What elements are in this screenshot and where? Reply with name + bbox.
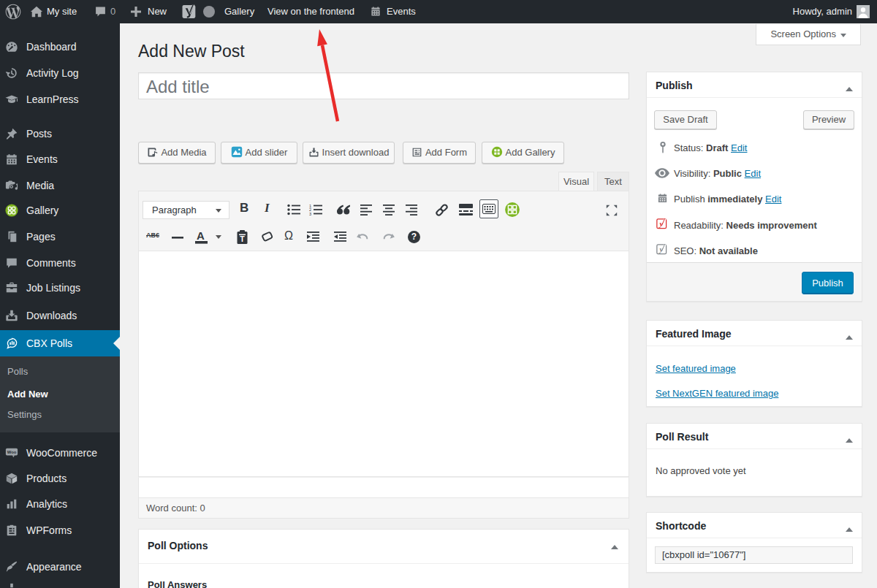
- svg-text:Woo: Woo: [7, 450, 17, 454]
- svg-text:T: T: [240, 234, 245, 243]
- svg-text:3: 3: [309, 212, 311, 215]
